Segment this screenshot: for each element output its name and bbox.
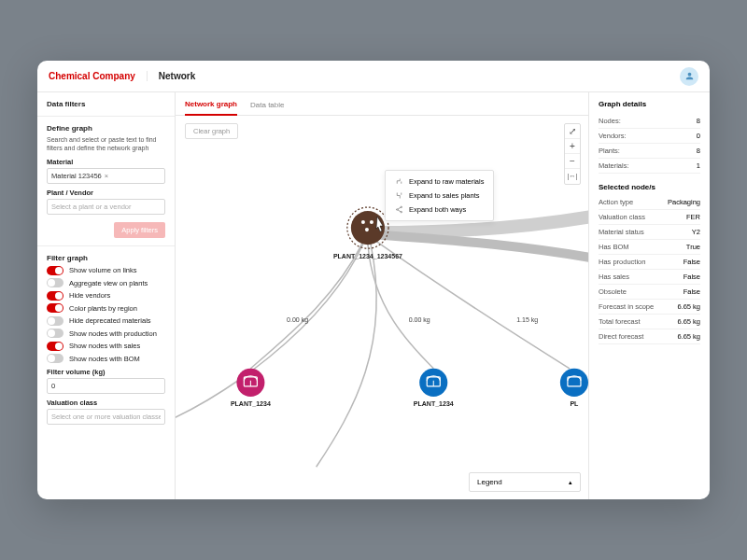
graph-node[interactable]: PL: [560, 369, 588, 407]
share-icon: [395, 205, 403, 214]
ctx-expand-raw[interactable]: Expand to raw materials: [386, 175, 493, 189]
sidebar: Data filters Define graph Search and sel…: [37, 92, 176, 499]
valuation-class-label: Valuation class: [47, 399, 165, 407]
node-label: PLANT_1234: [414, 400, 454, 407]
filters-heading: Data filters: [47, 100, 165, 108]
prop-row: Action typePackaging: [599, 195, 700, 210]
prop-row: Has salesFalse: [599, 270, 700, 285]
valuation-class-input[interactable]: [47, 409, 165, 425]
node-context-menu: Expand to raw materials Expand to sales …: [385, 170, 494, 221]
user-icon: [684, 71, 695, 81]
svg-point-2: [361, 220, 365, 224]
toggle-switch[interactable]: [47, 278, 63, 287]
stat-row: Vendors:0: [599, 129, 700, 144]
toggle-label: Hide vendors: [69, 291, 110, 300]
node-label: PL: [570, 400, 579, 407]
filter-graph-heading: Filter graph: [47, 254, 165, 262]
toggle-switch[interactable]: [47, 291, 63, 301]
stat-value: 1: [697, 161, 700, 170]
tabs: Network graph Data table: [176, 92, 588, 116]
prop-key: Valuation class: [599, 213, 645, 221]
plant-input[interactable]: [47, 199, 165, 215]
nav-network[interactable]: Network: [159, 71, 195, 81]
prop-key: Has production: [599, 258, 645, 266]
edge-weight: 0.00 kg: [287, 316, 308, 324]
user-avatar[interactable]: [680, 67, 698, 86]
define-graph-help: Search and select or paste text to find …: [47, 135, 165, 152]
main: Network graph Data table Clear graph ⤢ +…: [176, 92, 588, 499]
app-window: Chemical Company Network Data filters De…: [37, 61, 710, 499]
prop-key: Action type: [599, 198, 633, 206]
svg-point-11: [560, 369, 588, 397]
stat-row: Nodes:8: [599, 114, 700, 129]
prop-value: False: [684, 258, 700, 266]
prop-key: Direct forecast: [599, 332, 643, 341]
stat-row: Materials:1: [599, 159, 700, 174]
material-chip-remove-icon[interactable]: ×: [105, 172, 108, 180]
prop-key: Obsolete: [599, 287, 627, 296]
graph-canvas[interactable]: Clear graph ⤢ + − |↔|: [176, 116, 588, 499]
stat-key: Materials:: [599, 161, 629, 170]
material-chip-text: Material 123456: [51, 172, 102, 180]
filter-volume-input[interactable]: [47, 378, 165, 394]
prop-row: Has productionFalse: [599, 255, 700, 270]
toggle-switch[interactable]: [47, 316, 63, 326]
svg-point-14: [401, 206, 402, 208]
prop-key: Forecast in scope: [599, 302, 654, 311]
edge-weight: 0.00 kg: [409, 316, 430, 324]
stat-key: Nodes:: [599, 117, 621, 125]
stat-value: 8: [697, 147, 700, 155]
toggle-switch[interactable]: [47, 342, 63, 351]
body: Data filters Define graph Search and sel…: [37, 92, 710, 499]
toggle-row: Show nodes with sales: [47, 342, 165, 351]
ctx-label: Expand both ways: [409, 205, 466, 214]
toggle-label: Show nodes with sales: [69, 342, 140, 350]
prop-row: Valuation classFER: [599, 210, 700, 225]
toggle-switch[interactable]: [47, 266, 63, 275]
chevron-up-icon: ▴: [569, 479, 572, 486]
root-node-label: PLANT_1234_1234567: [333, 253, 402, 259]
toggle-label: Show nodes with BOM: [69, 355, 140, 363]
prop-row: ObsoleteFalse: [599, 285, 700, 300]
prop-row: Has BOMTrue: [599, 240, 700, 255]
plant-label: Plant / Vendor: [47, 189, 165, 197]
prop-value: 6.65 kg: [677, 302, 700, 311]
apply-filters-button[interactable]: Apply filters: [114, 222, 165, 238]
node-label: PLANT_1234: [231, 400, 271, 407]
toggle-switch[interactable]: [47, 303, 63, 313]
prop-row: Material statusY2: [599, 225, 700, 240]
legend-toggle[interactable]: Legend ▴: [469, 472, 581, 492]
prop-value: Y2: [692, 228, 700, 236]
brand-logo[interactable]: Chemical Company: [49, 71, 148, 81]
edge-weight: 1.15 kg: [516, 316, 538, 324]
material-input[interactable]: Material 123456 ×: [47, 168, 165, 184]
prop-key: Has sales: [599, 273, 629, 281]
toggle-label: Show volume on links: [69, 266, 137, 274]
svg-point-15: [401, 211, 402, 213]
legend-label: Legend: [477, 478, 502, 486]
prop-value: True: [686, 243, 700, 251]
graph-node[interactable]: PLANT_1234: [231, 369, 271, 407]
details-panel: Graph details Nodes:8Vendors:0Plants:8Ma…: [588, 92, 710, 499]
prop-row: Forecast in scope6.65 kg: [599, 300, 700, 315]
prop-value: False: [684, 287, 700, 296]
graph-node[interactable]: PLANT_1234: [414, 369, 454, 407]
ctx-expand-both[interactable]: Expand both ways: [386, 203, 493, 217]
topbar: Chemical Company Network: [37, 61, 710, 92]
prop-row: Direct forecast6.65 kg: [599, 329, 700, 344]
toggle-row: Hide deprecated materials: [47, 316, 165, 326]
toggle-label: Hide deprecated materials: [69, 316, 151, 325]
toggle-row: Show nodes with BOM: [47, 354, 165, 363]
prop-key: Material status: [599, 228, 644, 236]
tab-network-graph[interactable]: Network graph: [185, 100, 237, 116]
ctx-expand-sales[interactable]: Expand to sales plants: [386, 189, 493, 203]
toggle-switch[interactable]: [47, 354, 63, 363]
material-chip: Material 123456 ×: [51, 172, 108, 180]
toggle-switch[interactable]: [47, 329, 63, 338]
tab-data-table[interactable]: Data table: [250, 101, 284, 115]
selected-node-heading: Selected node/s: [599, 183, 700, 191]
prop-row: Total forecast6.65 kg: [599, 315, 700, 329]
prop-key: Has BOM: [599, 243, 629, 251]
toggle-row: Color plants by region: [47, 303, 165, 313]
prop-value: False: [684, 273, 700, 281]
